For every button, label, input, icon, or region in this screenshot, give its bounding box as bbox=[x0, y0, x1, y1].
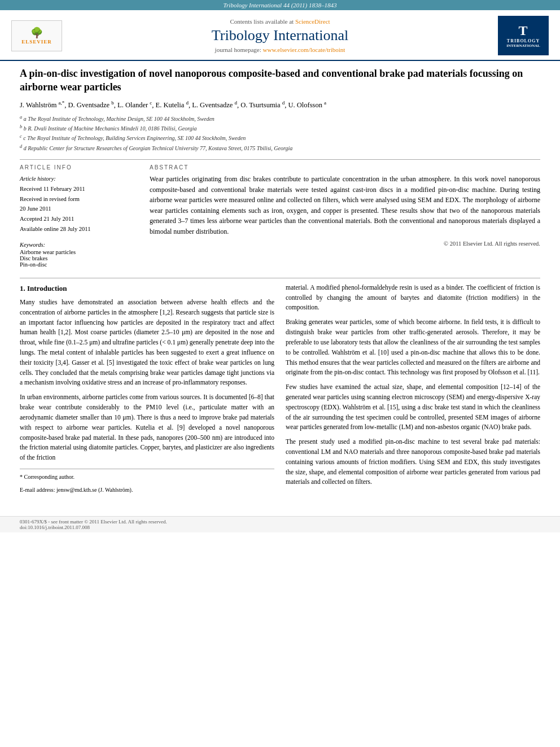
article-info-block: Article history: Received 11 February 20… bbox=[20, 174, 138, 234]
journal-header-right: T TRIBOLOGY INTERNATIONAL bbox=[487, 16, 549, 55]
received-date: Received 11 February 2011 bbox=[20, 186, 85, 192]
footnote-2: E-mail address: jensw@md.kth.se (J. Wahl… bbox=[20, 486, 274, 495]
article-info-abstract-section: ARTICLE INFO Article history: Received 1… bbox=[20, 164, 540, 268]
divider-2 bbox=[20, 278, 540, 278]
contents-line: Contents lists available at ScienceDirec… bbox=[73, 18, 487, 25]
affiliations: a a The Royal Institute of Technology, M… bbox=[20, 114, 540, 152]
badge-label: TRIBOLOGY bbox=[507, 38, 540, 43]
intro-para-3: material. A modified phenol-formaldehyde… bbox=[286, 283, 540, 313]
history-label: Article history: bbox=[20, 176, 56, 182]
body-col-right: material. A modified phenol-formaldehyde… bbox=[286, 283, 540, 499]
keyword-1: Airborne wear particles bbox=[20, 249, 138, 255]
affiliation-d: d d Republic Center for Structure Resear… bbox=[20, 143, 540, 152]
authors-text: J. Wahlström a,*, D. Gventsadze b, L. Ol… bbox=[20, 101, 326, 109]
intro-para-5: Few studies have examined the actual siz… bbox=[286, 382, 540, 433]
abstract-column: ABSTRACT Wear particles originating from… bbox=[150, 164, 540, 268]
journal-header-center: Contents lists available at ScienceDirec… bbox=[73, 18, 487, 53]
body-col-left: 1. Introduction Many studies have demons… bbox=[20, 283, 274, 499]
tree-icon: 🌳 bbox=[30, 27, 43, 39]
revised-label: Received in revised form bbox=[20, 196, 80, 202]
divider-1 bbox=[20, 159, 540, 160]
keywords-section: Keywords: Airborne wear particles Disc b… bbox=[20, 240, 138, 268]
elsevier-logo-area: 🌳 ELSEVIER bbox=[11, 20, 73, 51]
keyword-2: Disc brakes bbox=[20, 255, 138, 261]
abstract-text: Wear particles originating from disc bra… bbox=[150, 174, 540, 237]
intro-para-2: In urban environments, airborne particle… bbox=[20, 392, 274, 463]
keywords-label: Keywords: bbox=[20, 242, 45, 248]
intro-para-6: The present study used a modified pin-on… bbox=[286, 437, 540, 487]
intro-para-1: Many studies have demonstrated an associ… bbox=[20, 298, 274, 388]
journal-header: 🌳 ELSEVIER Contents lists available at S… bbox=[0, 10, 560, 61]
badge-sub: INTERNATIONAL bbox=[506, 43, 540, 48]
affiliation-a: a a The Royal Institute of Technology, M… bbox=[20, 114, 540, 123]
article-info-heading: ARTICLE INFO bbox=[20, 164, 138, 171]
main-content: A pin-on-disc investigation of novel nan… bbox=[0, 61, 560, 510]
footer-doi: doi:10.1016/j.triboint.2011.07.008 bbox=[20, 525, 90, 530]
affiliation-b: b b R. Dvali Institute of Machine Mechan… bbox=[20, 124, 540, 133]
body-section: 1. Introduction Many studies have demons… bbox=[20, 283, 540, 499]
keyword-3: Pin-on-disc bbox=[20, 261, 138, 268]
accepted-date: Accepted 21 July 2011 bbox=[20, 216, 74, 222]
homepage-link[interactable]: www.elsevier.com/locate/triboint bbox=[263, 46, 345, 53]
tribology-badge: T TRIBOLOGY INTERNATIONAL bbox=[498, 16, 549, 55]
intro-para-4: Braking generates wear particles, some o… bbox=[286, 317, 540, 378]
revised-date: 20 June 2011 bbox=[20, 206, 51, 212]
homepage-line: journal homepage: www.elsevier.com/locat… bbox=[73, 46, 487, 53]
available-online: Available online 28 July 2011 bbox=[20, 226, 90, 232]
elsevier-logo: 🌳 ELSEVIER bbox=[11, 20, 62, 51]
footer-license: 0301-679X/$ - see front matter © 2011 El… bbox=[20, 519, 167, 525]
journal-top-bar: Tribology International 44 (2011) 1838–1… bbox=[0, 0, 560, 10]
journal-title: Tribology International bbox=[73, 27, 487, 44]
authors-line: J. Wahlström a,*, D. Gventsadze b, L. Ol… bbox=[20, 100, 540, 110]
abstract-heading: ABSTRACT bbox=[150, 164, 540, 171]
footnote-section: * Corresponding author. E-mail address: … bbox=[20, 469, 274, 495]
footer-bar: 0301-679X/$ - see front matter © 2011 El… bbox=[0, 516, 560, 532]
affiliation-c: c c The Royal Institute of Technology, B… bbox=[20, 133, 540, 142]
copyright-line: © 2011 Elsevier Ltd. All rights reserved… bbox=[150, 241, 540, 247]
article-info-column: ARTICLE INFO Article history: Received 1… bbox=[20, 164, 138, 268]
elsevier-text: ELSEVIER bbox=[21, 39, 52, 45]
article-title: A pin-on-disc investigation of novel nan… bbox=[20, 67, 540, 94]
badge-icon: T bbox=[518, 23, 528, 38]
section1-title: 1. Introduction bbox=[20, 283, 274, 294]
sciencedirect-link[interactable]: ScienceDirect bbox=[295, 18, 330, 25]
footnote-1: * Corresponding author. bbox=[20, 473, 274, 482]
